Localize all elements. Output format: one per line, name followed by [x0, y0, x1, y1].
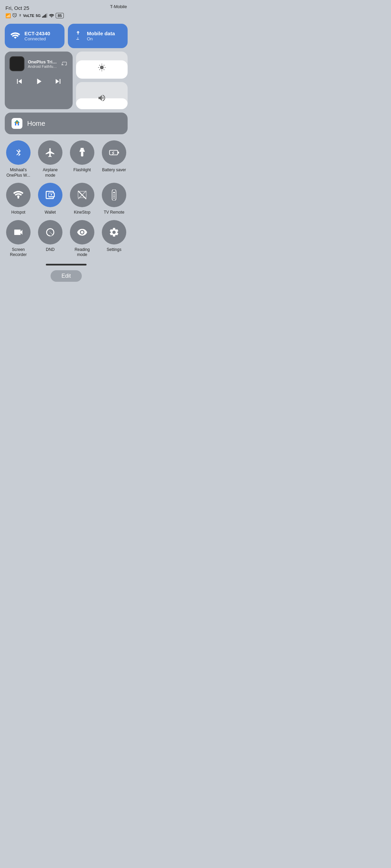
media-play-button[interactable] [31, 75, 46, 90]
volume-slider[interactable] [76, 82, 128, 109]
mobile-data-icon [73, 30, 83, 42]
kinestop-action[interactable]: KineStop [69, 183, 96, 215]
quick-tiles: ECT-24340 Connected Mobile data On [0, 21, 132, 137]
wifi-ssid: ECT-24340 [24, 31, 50, 36]
home-tile[interactable]: Home [5, 113, 128, 134]
bluetooth-label: Mishaal'sOnePlus W... [6, 167, 30, 178]
status-bar: Fri, Oct 25 📶 VoLTE 5G [0, 0, 132, 21]
wallet-action[interactable]: Wallet [37, 183, 64, 215]
screen-recorder-circle [6, 220, 31, 244]
wifi-tile-text: ECT-24340 Connected [24, 31, 50, 41]
airplane-label: Airplanemode [43, 167, 58, 178]
media-card[interactable]: 🎃 OnePlus Tricks or... Android Faithful … [5, 52, 73, 109]
mobile-data-subtitle: On [87, 36, 115, 41]
track-sub: Android Faithful - Vl... [28, 64, 58, 68]
media-info: OnePlus Tricks or... Android Faithful - … [28, 59, 58, 68]
mobile-data-tile[interactable]: Mobile data On [68, 24, 128, 48]
alarm-icon [12, 13, 17, 18]
dnd-action[interactable]: DND [37, 220, 64, 258]
tv-remote-label: TV Remote [104, 210, 125, 215]
settings-action[interactable]: Settings [100, 220, 128, 258]
media-next-button[interactable] [51, 75, 66, 90]
media-sliders-row: 🎃 OnePlus Tricks or... Android Faithful … [5, 52, 128, 109]
track-title: OnePlus Tricks or... [28, 59, 58, 64]
wifi-tile-icon [10, 31, 20, 41]
bluetooth-circle [6, 140, 31, 165]
wallet-label: Wallet [45, 210, 56, 215]
screen-recorder-label: ScreenRecorder [10, 247, 26, 258]
media-header: 🎃 OnePlus Tricks or... Android Faithful … [10, 56, 68, 71]
kinestop-label: KineStop [74, 210, 91, 215]
kinestop-circle [70, 183, 94, 207]
brightness-slider[interactable] [76, 52, 128, 79]
wallet-circle [38, 183, 62, 207]
signal-icon [42, 13, 48, 18]
cast-icon[interactable] [61, 60, 68, 68]
battery-saver-action[interactable]: Battery saver [100, 140, 128, 178]
reading-mode-label: Readingmode [75, 247, 90, 258]
5g-icon: 5G [36, 14, 41, 18]
brightness-icon [97, 63, 106, 74]
home-indicator [46, 264, 87, 265]
flashlight-action[interactable]: Flashlight [69, 140, 96, 178]
battery-saver-label: Battery saver [102, 167, 126, 173]
volume-icon [97, 94, 106, 104]
svg-rect-2 [44, 15, 45, 17]
svg-rect-9 [80, 148, 83, 150]
dnd-circle [38, 220, 62, 244]
slider-group [76, 52, 128, 109]
status-date: Fri, Oct 25 [5, 4, 64, 12]
carrier-label: T-Mobile [110, 4, 127, 9]
connectivity-row: ECT-24340 Connected Mobile data On [5, 24, 128, 48]
svg-rect-20 [113, 198, 115, 198]
bluetooth-action[interactable]: Mishaal'sOnePlus W... [5, 140, 32, 178]
dnd-label: DND [46, 247, 55, 253]
svg-rect-3 [45, 14, 46, 17]
settings-circle [102, 220, 126, 244]
mobile-data-title: Mobile data [87, 31, 115, 36]
media-thumbnail: 🎃 [10, 56, 24, 71]
home-label: Home [27, 120, 45, 127]
bt-status-icon [18, 13, 22, 18]
svg-point-13 [17, 197, 19, 199]
tv-remote-circle [102, 183, 126, 207]
nfc-icon: 📶 [5, 13, 11, 18]
svg-rect-12 [118, 152, 119, 153]
media-prev-button[interactable] [12, 75, 27, 90]
google-home-icon [12, 118, 22, 129]
settings-label: Settings [107, 247, 121, 253]
status-icons: 📶 VoLTE 5G [5, 13, 64, 18]
quick-actions-grid: Mishaal'sOnePlus W... Airplanemode Flash… [0, 137, 132, 261]
reading-mode-circle [70, 220, 94, 244]
svg-rect-5 [10, 57, 24, 71]
reading-mode-action[interactable]: Readingmode [69, 220, 96, 258]
volte-icon: VoLTE [23, 14, 34, 18]
hotspot-action[interactable]: Hotspot [5, 183, 32, 215]
battery-status: 85 [56, 13, 64, 18]
battery-saver-circle [102, 140, 126, 165]
airplane-action[interactable]: Airplanemode [37, 140, 64, 178]
media-controls [10, 74, 68, 90]
mobile-data-text: Mobile data On [87, 31, 115, 41]
flashlight-circle [70, 140, 94, 165]
svg-rect-4 [46, 13, 47, 18]
airplane-circle [38, 140, 62, 165]
svg-rect-1 [43, 16, 44, 18]
wifi-status-icon [49, 13, 54, 18]
screen-recorder-action[interactable]: ScreenRecorder [5, 220, 32, 258]
svg-rect-11 [110, 150, 118, 155]
svg-rect-10 [81, 152, 83, 157]
tv-remote-action[interactable]: TV Remote [100, 183, 128, 215]
edit-button[interactable]: Edit [51, 270, 82, 282]
wifi-tile[interactable]: ECT-24340 Connected [5, 24, 64, 48]
svg-rect-18 [113, 195, 115, 195]
svg-rect-19 [113, 196, 115, 197]
flashlight-label: Flashlight [73, 167, 91, 173]
svg-rect-0 [42, 16, 43, 17]
hotspot-circle [6, 183, 31, 207]
svg-point-17 [113, 192, 115, 194]
wifi-status: Connected [24, 36, 50, 41]
hotspot-label: Hotspot [11, 210, 25, 215]
